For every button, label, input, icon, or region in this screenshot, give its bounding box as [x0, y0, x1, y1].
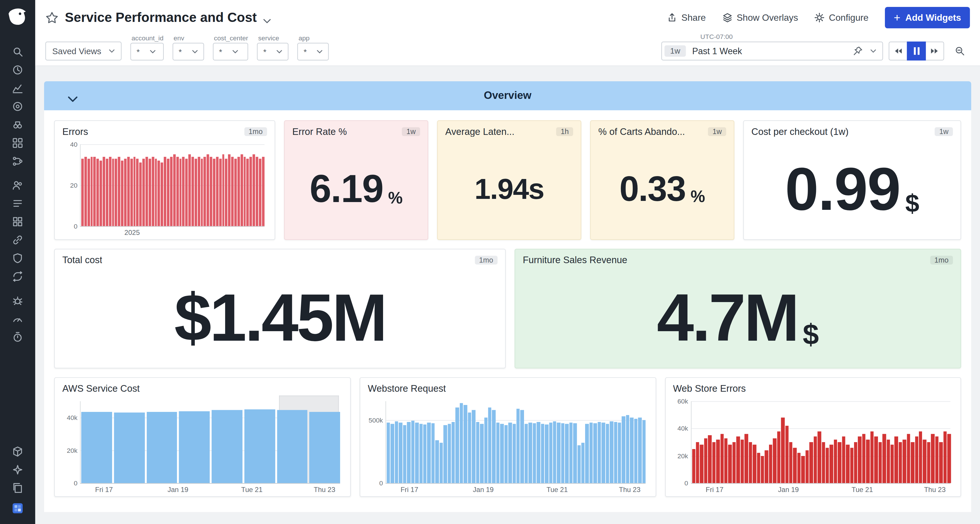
time-range-picker[interactable]: 1w Past 1 Week — [661, 41, 883, 61]
bar — [520, 410, 524, 483]
recent-icon[interactable] — [12, 64, 23, 75]
infrastructure-icon[interactable] — [12, 446, 23, 457]
bar — [391, 424, 394, 483]
filter-app-select[interactable]: * — [297, 43, 329, 61]
widget-average-latency[interactable]: Average Laten... 1h 1.94s — [437, 120, 581, 240]
bar — [598, 422, 601, 483]
errors-chart[interactable]: 402002025 — [56, 139, 269, 239]
widget-title: Errors — [62, 126, 88, 137]
logs-icon[interactable] — [12, 198, 23, 209]
current-app-icon[interactable] — [12, 503, 23, 514]
widget-errors[interactable]: Errors 1mo 402002025 — [54, 120, 275, 240]
security-icon[interactable] — [12, 253, 23, 264]
time-range-chip: 1w — [664, 45, 686, 56]
bar — [826, 448, 829, 483]
metrics-icon[interactable] — [12, 83, 23, 94]
error-tracking-icon[interactable] — [12, 295, 23, 306]
collapse-section-chevron-icon[interactable] — [68, 93, 78, 99]
web-store-errors-chart[interactable]: 60k40k20k0Fri 17Jan 19Tue 21Thu 23 — [667, 396, 956, 496]
filter-account-id-select[interactable]: * — [130, 43, 164, 61]
bar — [720, 434, 724, 483]
datadog-logo[interactable] — [6, 6, 30, 30]
bar — [581, 443, 585, 483]
widget-total-cost[interactable]: Total cost 1mo $1.45M — [54, 249, 506, 368]
rum-icon[interactable] — [12, 180, 23, 191]
zoom-out-button[interactable] — [950, 41, 970, 61]
bar — [240, 154, 243, 226]
apm-icon[interactable] — [12, 156, 23, 167]
time-forward-button[interactable] — [925, 41, 944, 61]
y-axis-tick: 20k — [57, 447, 78, 454]
widget-carts-abandoned[interactable]: % of Carts Abando... 1w 0.33 % — [590, 120, 734, 240]
bar — [407, 422, 410, 483]
y-axis-tick: 0 — [363, 480, 383, 487]
time-pause-button[interactable] — [907, 41, 926, 61]
widget-web-store-errors[interactable]: Web Store Errors 60k40k20k0Fri 17Jan 19T… — [665, 377, 961, 497]
chevron-down-icon — [232, 50, 238, 54]
bar — [862, 434, 865, 483]
service-catalog-icon[interactable] — [12, 119, 23, 130]
saved-views-button[interactable]: Saved Views — [45, 41, 121, 61]
bar — [118, 156, 120, 226]
bar — [692, 449, 695, 483]
bar — [259, 159, 261, 226]
favorite-star-icon[interactable] — [45, 11, 59, 24]
bar — [504, 425, 508, 483]
bar — [642, 420, 646, 483]
synthetics-icon[interactable] — [12, 234, 23, 245]
y-axis-tick: 20 — [57, 182, 78, 188]
show-overlays-button[interactable]: Show Overlays — [722, 13, 798, 23]
configure-button[interactable]: Configure — [815, 13, 869, 23]
profiling-icon[interactable] — [12, 313, 23, 324]
pin-icon[interactable] — [853, 46, 863, 56]
widget-furniture-revenue[interactable]: Furniture Sales Revenue 1mo 4.7M $ — [514, 249, 961, 368]
bar — [207, 154, 209, 226]
title-chevron-down-icon[interactable] — [263, 15, 270, 20]
configure-label: Configure — [829, 13, 869, 23]
copilot-icon[interactable] — [12, 464, 23, 475]
time-back-button[interactable] — [889, 41, 908, 61]
bar — [858, 437, 862, 483]
bar — [419, 424, 423, 483]
widget-cost-per-checkout[interactable]: Cost per checkout (1w) 1w 0.99 $ — [743, 120, 961, 240]
bar — [100, 161, 102, 226]
bar — [834, 439, 837, 483]
bar — [752, 445, 756, 483]
time-picker-icons — [853, 46, 876, 56]
filter-service-select[interactable]: * — [257, 43, 288, 61]
ci-icon[interactable] — [12, 271, 23, 282]
bar — [399, 423, 402, 483]
query-value: 6.19 — [310, 169, 383, 208]
saved-views-label: Saved Views — [52, 46, 101, 56]
search-icon[interactable] — [12, 46, 23, 57]
bar — [191, 156, 194, 226]
bar — [452, 422, 455, 483]
dashboards-icon[interactable] — [12, 216, 23, 227]
filter-cost-center-select[interactable]: * — [213, 43, 248, 61]
watchdog-icon[interactable] — [12, 101, 23, 112]
chevron-down-icon[interactable] — [870, 49, 876, 53]
x-axis-tick: Fri 17 — [706, 486, 723, 493]
aws-service-cost-chart[interactable]: 40k20k0Fri 17Jan 19Tue 21Thu 23 — [56, 396, 345, 496]
webstore-request-chart[interactable]: 500k0Fri 17Jan 19Tue 21Thu 23 — [361, 396, 650, 496]
bar — [167, 159, 169, 226]
sidebar-bottom-nav — [12, 446, 23, 514]
widget-error-rate[interactable]: Error Rate % 1w 6.19 % — [284, 120, 428, 240]
widget-title: Error Rate % — [292, 126, 347, 137]
topbar: Service Performance and Cost Share Show … — [35, 0, 980, 66]
jobs-icon[interactable] — [12, 331, 23, 342]
widget-webstore-request[interactable]: Webstore Request 500k0Fri 17Jan 19Tue 21… — [360, 377, 656, 497]
bar — [622, 416, 625, 483]
add-widgets-button[interactable]: + Add Widgets — [885, 7, 970, 28]
widget-header: Total cost 1mo — [55, 249, 505, 266]
filter-env-select[interactable]: * — [172, 43, 204, 61]
bar — [915, 437, 918, 483]
bar — [891, 445, 894, 483]
integrations-icon[interactable] — [12, 137, 23, 148]
widgets-panel: Errors 1mo 402002025 Error Rate % 1w — [44, 110, 971, 512]
share-button[interactable]: Share — [667, 13, 706, 23]
value-unit: % — [690, 188, 705, 204]
notebooks-icon[interactable] — [12, 483, 23, 494]
widget-aws-service-cost[interactable]: AWS Service Cost 40k20k0Fri 17Jan 19Tue … — [54, 377, 351, 497]
section-banner: Overview — [44, 81, 971, 110]
